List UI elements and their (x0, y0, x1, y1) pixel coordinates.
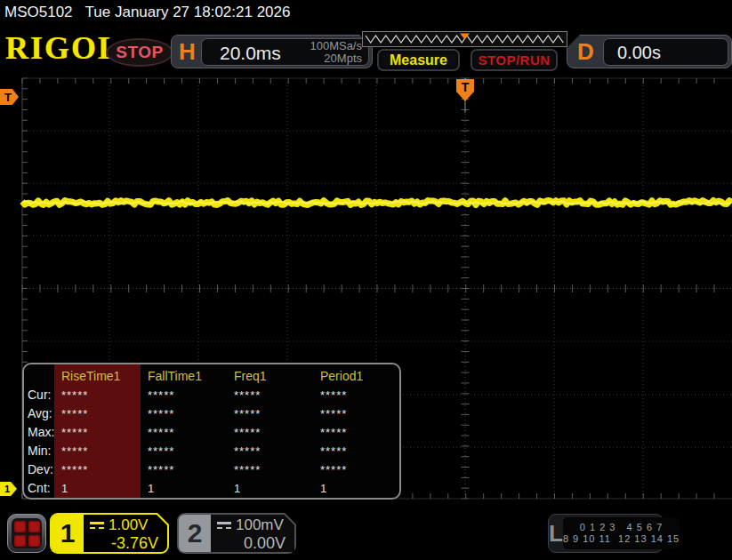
logic-digits-row1: 0 1 2 3 4 5 6 7 (563, 522, 680, 533)
table-row-label: Cur: (24, 386, 54, 404)
model-name: MSO5102 (4, 4, 73, 20)
horizontal-panel[interactable]: H 20.0ms 100MSa/s 20Mpts (171, 35, 373, 68)
table-cell: ***** (227, 404, 313, 423)
table-cell: 1 (313, 479, 399, 498)
acquisition-status-text: STOP (116, 43, 163, 62)
trigger-level-marker-label: T (4, 91, 12, 104)
delay-box[interactable]: 0.00s (603, 38, 728, 66)
acquisition-info: 100MSa/s 20Mpts (310, 40, 362, 65)
table-row-label: Dev: (24, 460, 54, 479)
channel2-scale-row: 100mV (217, 516, 289, 534)
table-col-header: FallTime1 (141, 364, 227, 386)
logic-label: L (549, 520, 563, 548)
channel1-badge[interactable]: 1 1.00V -3.76V (50, 513, 169, 554)
trigger-position-marker-label: T (462, 80, 470, 94)
table-cell: 1 (227, 479, 313, 498)
table-row-label: Max: (24, 423, 54, 442)
table-row-label: Cnt: (24, 479, 54, 498)
stop-run-button[interactable]: STOP/RUN (471, 49, 558, 71)
table-cell: ***** (141, 442, 227, 460)
channel1-offset: -3.76V (90, 534, 162, 552)
grid-square (14, 521, 26, 532)
table-cell: ***** (227, 442, 313, 460)
datetime: Tue January 27 18:02:21 2026 (85, 4, 291, 20)
measure-button-label: Measure (390, 52, 447, 68)
titlebar: MSO5102Tue January 27 18:02:21 2026 (4, 4, 290, 21)
acquisition-status-badge: STOP (106, 38, 173, 67)
channel2-body: 2 100mV 0.00V (179, 515, 294, 552)
channel1-body: 1 1.00V -3.76V (52, 515, 167, 552)
channel2-number: 2 (179, 515, 211, 552)
memory-depth: 20Mpts (310, 52, 362, 65)
table-cell: ***** (141, 386, 227, 404)
grid-square (14, 535, 26, 547)
table-cell: ***** (313, 442, 399, 460)
table-cell: ***** (313, 460, 399, 479)
table-cell: ***** (54, 460, 141, 479)
dc-coupling-icon (90, 522, 104, 529)
table-col-header: Freq1 (227, 364, 313, 386)
timebase-box[interactable]: 20.0ms 100MSa/s 20Mpts (201, 38, 369, 66)
logic-channels-badge[interactable]: L 0 1 2 3 4 5 6 7 8 9 10 11 12 13 14 15 (548, 514, 664, 553)
waveform-preview-trace (363, 32, 567, 46)
table-cell: ***** (227, 386, 313, 404)
ch1-offset-marker-label: 1 (4, 484, 10, 494)
table-cell: ***** (313, 423, 399, 442)
channel1-number: 1 (52, 515, 84, 552)
table-cell: ***** (54, 386, 141, 404)
table-cell: ***** (141, 460, 227, 479)
table-cell: ***** (227, 460, 313, 479)
horizontal-h-label: H (179, 39, 196, 64)
logic-digits-row2: 8 9 10 11 12 13 14 15 (563, 533, 680, 545)
table-row-label: Avg: (24, 404, 54, 423)
channel2-info: 100mV 0.00V (211, 515, 294, 552)
table-cell: ***** (313, 386, 399, 404)
channel2-badge[interactable]: 2 100mV 0.00V (177, 513, 296, 554)
channel2-scale: 100mV (236, 516, 284, 534)
table-cell: ***** (141, 404, 227, 423)
table-cell: ***** (54, 423, 141, 442)
waveform-preview[interactable] (362, 31, 567, 47)
table-cell: 1 (141, 479, 227, 498)
sample-rate: 100MSa/s (310, 40, 362, 52)
table-corner (24, 364, 54, 386)
measurement-table: RiseTime1 FallTime1 Freq1 Period1 Cur: *… (24, 364, 399, 498)
table-cell: ***** (313, 404, 399, 423)
measure-button[interactable]: Measure (377, 49, 460, 71)
oscilloscope-screen: MSO5102Tue January 27 18:02:21 2026 RIGO… (0, 0, 732, 560)
table-cell: ***** (54, 442, 141, 460)
table-cell: ***** (227, 423, 313, 442)
table-col-header: Period1 (313, 364, 399, 386)
delay-panel[interactable]: D 0.00s (567, 35, 732, 68)
delay-value: 0.00s (617, 43, 661, 63)
table-cell: ***** (54, 404, 141, 423)
channel2-offset: 0.00V (217, 534, 289, 552)
grid-menu-button[interactable] (7, 514, 46, 553)
table-row-label: Min: (24, 442, 54, 460)
channel1-scale: 1.00V (109, 516, 148, 534)
logic-digits-box: 0 1 2 3 4 5 6 7 8 9 10 11 12 13 14 15 (563, 517, 680, 549)
channel1-info: 1.00V -3.76V (84, 515, 167, 552)
table-col-header: RiseTime1 (54, 364, 141, 386)
timebase-value: 20.0ms (220, 43, 281, 64)
table-cell: ***** (141, 423, 227, 442)
table-cell: 1 (54, 479, 141, 498)
channel1-scale-row: 1.00V (90, 516, 162, 534)
delay-d-label: D (577, 39, 594, 64)
dc-coupling-icon (217, 522, 231, 529)
grid-square (28, 535, 40, 547)
grid-menu-icon (12, 518, 42, 548)
rigol-logo: RIGOL (5, 32, 121, 64)
measurement-results-panel[interactable]: RiseTime1 FallTime1 Freq1 Period1 Cur: *… (22, 363, 401, 500)
stop-run-button-label: STOP/RUN (478, 52, 550, 68)
grid-square (28, 521, 40, 532)
